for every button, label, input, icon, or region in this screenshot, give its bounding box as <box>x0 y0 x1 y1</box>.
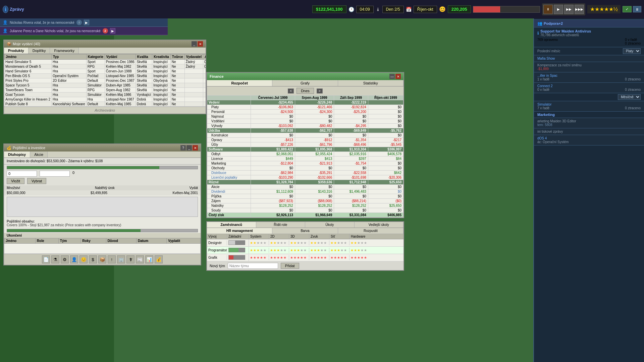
uk-col-roky[interactable]: Roky <box>81 238 106 244</box>
tab-statistiky[interactable]: Statistiky <box>338 80 404 86</box>
finance-row-11[interactable]: Odbyt$2,068,051$2,055,424$2,035,916$406,… <box>207 152 404 157</box>
pause-right-button[interactable]: ⏸ <box>633 6 641 12</box>
vydani-row-2[interactable]: Hand Simulator 6HraSportČerven-Jun 1988S… <box>4 69 206 74</box>
toolbar-btn-13[interactable]: 💰 <box>155 255 163 263</box>
designer-basic-slider[interactable] <box>228 240 245 245</box>
finance-row-5[interactable]: Výhody-$103,092-$80,482-$4,295$0 <box>207 124 404 128</box>
vydani-row-1[interactable]: Monsterwars of Death 5HraRPGKvěten-Maj 1… <box>4 64 206 69</box>
toolbar-btn-7[interactable]: 📦 <box>98 255 106 263</box>
finance-row-20[interactable]: Půjčka$0$0$0$0 <box>207 194 404 199</box>
vydani-row-6[interactable]: TowerBeans TownHraRPGSrpen-Aug 1982Skvěl… <box>4 88 206 93</box>
vydani-row-8[interactable]: ArmyGangs Killer in Heaven 2HraHraListop… <box>4 97 206 102</box>
hr-pridat-button[interactable]: Přidat <box>281 263 299 269</box>
tab-dluhopisy[interactable]: Dluhopisy <box>4 152 30 158</box>
tab-produkty[interactable]: Produkty <box>4 48 29 54</box>
finance-next[interactable]: > <box>317 88 323 94</box>
vydani-row-9[interactable]: Publish Suite 8Kancelářský SoftwareDefau… <box>4 102 206 107</box>
finance-row-15[interactable]: Distribuce-$62,984-$35,291-$22,558$642 <box>207 171 404 175</box>
finance-row-1[interactable]: Platy-$106,863-$121,466-$192,824$0 <box>207 105 404 110</box>
finance-row-18[interactable]: Akcie$0$0$0$0 <box>207 185 404 189</box>
col-kreativita[interactable]: Kreativita <box>152 54 171 60</box>
finance-row-22[interactable]: Nabídky$128,252$128,252$128,252$25,650 <box>207 203 404 208</box>
vydani-table-scroll[interactable]: Jméno Typ Kategorie Vydání Kvalita Kreat… <box>4 54 206 107</box>
vydani-row-4[interactable]: Print Styles Pro2D EditorDefaultProsinec… <box>4 78 206 83</box>
finance-row-10[interactable]: Software$1,889,422$1,895,968$1,910,304$3… <box>207 147 404 152</box>
col-tvurce[interactable]: Tvůrce <box>170 54 184 60</box>
finance-row-6[interactable]: Údržba-$57,638-$62,707-$69,849-$5,762 <box>207 128 404 133</box>
fast-button[interactable]: ▶▶ <box>564 5 574 14</box>
tab-frameworky[interactable]: Frameworky <box>50 48 79 54</box>
tab-zamestnancu[interactable]: Zaměstnanců <box>207 222 256 228</box>
pojisteni-close[interactable]: ✕ <box>193 145 198 150</box>
checkmark-button[interactable]: ✓ <box>623 6 632 12</box>
toolbar-btn-6[interactable]: $ <box>89 255 97 263</box>
vydani-row-7[interactable]: Goat TycoonHraSimulátorKvěten-Maj 1986Vy… <box>4 93 206 97</box>
tab-rozpustit[interactable]: Rozpustit <box>338 228 404 234</box>
col-kvalita[interactable]: Kvalita <box>136 54 152 60</box>
col-aktivnich[interactable]: Aktivních <box>203 54 206 60</box>
toolbar-btn-5[interactable]: 😊 <box>79 255 88 263</box>
finance-row-19[interactable]: Dividendi$1,112,609$143,316$1,496,483$0 <box>207 189 404 194</box>
vydani-row-3[interactable]: Pen Blinds OS 5Operační SystémPočítačLis… <box>4 74 206 78</box>
tab-ridit-role[interactable]: Řídit role <box>256 222 306 228</box>
finance-row-12[interactable]: Licence$449$413$397$84 <box>207 157 404 161</box>
toolbar-btn-10[interactable]: 🗡 <box>126 255 135 263</box>
finance-row-8[interactable]: Opravy-$413-$912-$1,354-$217 <box>207 138 404 142</box>
tab-ukoly[interactable]: Úkoly <box>305 222 355 228</box>
finance-row-24[interactable]: Čistý zisk$2,926,113$1,966,649$3,331,084… <box>207 213 404 218</box>
amount-input-2[interactable] <box>40 171 70 177</box>
finance-row-23[interactable]: Soudy$0$0$0$0 <box>207 208 404 213</box>
uk-col-role[interactable]: Role <box>35 238 58 244</box>
vydani-row-0[interactable]: Hand Simulator 5HraSportProsinec-Dec 198… <box>4 60 206 64</box>
faster-button[interactable]: ▶▶▶ <box>575 5 584 14</box>
toolbar-btn-4[interactable]: 👤 <box>70 255 78 263</box>
uk-col-jmeno[interactable]: Jméno <box>4 238 36 244</box>
col-jmeno[interactable]: Jméno <box>4 54 52 60</box>
tab-rozpocet[interactable]: Rozpočet <box>207 80 272 86</box>
vlozit-button[interactable]: Vložit <box>7 178 24 184</box>
finance-col-aug[interactable]: Srpen-Aug 1999 <box>295 96 334 100</box>
uk-col-vyplatit[interactable]: Vyplatit <box>167 238 201 244</box>
finance-col-jul[interactable]: Červenec-Jul 1999 <box>251 96 295 100</box>
mesicne-select[interactable]: Měsíčně <box>618 94 641 100</box>
finance-row-2[interactable]: Personál-$24,500-$24,300-$25,200$0 <box>207 110 404 114</box>
vydani-minimize[interactable]: _ <box>192 41 197 47</box>
month-select[interactable]: Platy <box>623 48 641 54</box>
finance-row-3[interactable]: Najmout$0$0$0$0 <box>207 114 404 119</box>
notif-expand-1[interactable]: ▶ <box>84 20 89 25</box>
finance-col-okt[interactable]: Říjen-okt 1999 <box>368 96 403 100</box>
uk-col-datum[interactable]: Datum <box>136 238 166 244</box>
finance-table-scroll[interactable]: Červenec-Jul 1999 Srpen-Aug 1999 Září-Se… <box>207 95 404 218</box>
finance-row-9[interactable]: Účty-$57,226-$61,796-$68,496-$5,545 <box>207 142 404 147</box>
uk-col-tym[interactable]: Tým <box>58 238 81 244</box>
finance-row-13[interactable]: Marketing-$12,804-$21,913-$1,754$0 <box>207 161 404 166</box>
programmer-basic-slider[interactable] <box>228 248 245 252</box>
finance-row-0[interactable]: Vedení-$234,455-$226,248-$222,319 <box>207 100 404 105</box>
finance-row-4[interactable]: Vzdělání$0$0$0$0 <box>207 119 404 124</box>
finance-prev[interactable]: < <box>288 88 294 94</box>
notif-expand-2[interactable]: ▶ <box>110 28 115 34</box>
tab-vedlejsi[interactable]: Vedlejší úkoly <box>355 222 404 228</box>
tab-hr-management[interactable]: HR management <box>207 228 272 234</box>
finance-row-7[interactable]: Konstrukce$0$0$0$0 <box>207 133 404 138</box>
toolbar-btn-11[interactable]: 📰 <box>136 255 144 263</box>
toolbar-btn-12[interactable]: 📊 <box>145 255 153 263</box>
col-vydavatel[interactable]: Vydavatel <box>184 54 203 60</box>
finance-row-16[interactable]: Licenční poplatky-$103,290-$102,666-$101… <box>207 175 404 180</box>
toolbar-btn-3[interactable]: ⚙ <box>61 255 69 263</box>
finance-col-sep[interactable]: Září-Sep 1999 <box>334 96 368 100</box>
vydani-close[interactable]: ✕ <box>198 41 203 47</box>
grafik-basic-slider[interactable] <box>228 255 245 260</box>
toolbar-btn-1[interactable]: 📄 <box>42 255 50 263</box>
finance-row-21[interactable]: Zájem($87,923)($88,068)($88,214)($0) <box>207 199 404 203</box>
hr-new-team-input[interactable] <box>228 263 278 269</box>
pojisteni-minimize[interactable]: _ <box>186 145 192 150</box>
finance-close[interactable]: ✕ <box>395 74 401 79</box>
amount-input-1[interactable] <box>7 171 37 177</box>
col-vydani[interactable]: Vydání <box>105 54 136 60</box>
col-kategorie[interactable]: Kategorie <box>86 54 105 60</box>
toolbar-btn-9[interactable]: 🏢 <box>117 255 125 263</box>
pause-button[interactable]: ⏸ <box>543 5 553 14</box>
vydani-row-5[interactable]: Space Tycoon 5HraSimulátorDuben-Apr 1985… <box>4 83 206 88</box>
uk-col-duvod[interactable]: Důvod <box>106 238 136 244</box>
